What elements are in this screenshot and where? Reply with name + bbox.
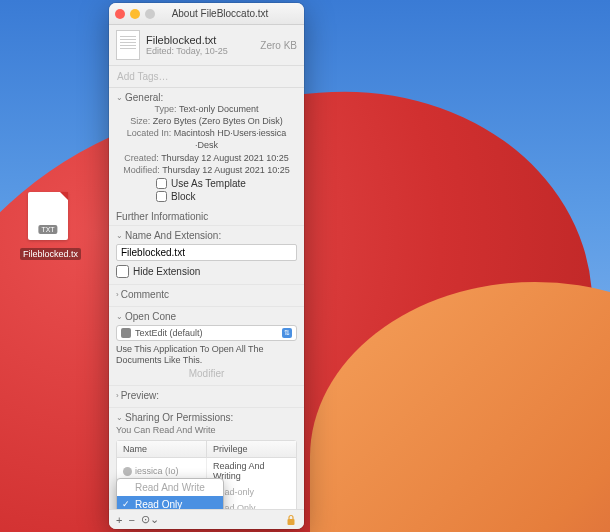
section-general: ⌄General: Type: Text-only Document Size:… [109,88,304,208]
section-sharing: ⌄Sharing Or Permissions: You Can Read An… [109,407,304,509]
comments-header[interactable]: ›Commentc [116,289,297,300]
hide-extension-label: Hide Extension [133,266,200,277]
desktop-wallpaper [0,0,610,532]
add-button[interactable]: + [116,514,122,526]
header-edited: Edited: Today, 10-25 [146,46,254,56]
filename-input[interactable] [116,244,297,261]
file-icon: TXT [28,192,68,240]
name-ext-header[interactable]: ⌄Name And Extension: [116,230,297,241]
chevron-right-icon: › [116,290,119,299]
file-type-badge: TXT [38,225,57,234]
hide-extension-checkbox[interactable] [116,265,129,278]
col-name: Name [117,441,207,457]
chevron-down-icon: ⌄ [116,231,123,240]
block-label: Block [171,191,195,202]
openwith-header[interactable]: ⌄Open Cone [116,311,297,322]
avatar-icon [123,467,132,476]
remove-button[interactable]: − [128,514,134,526]
openwith-message: Use This Application To Open All The Doc… [116,344,297,366]
close-button[interactable] [115,9,125,19]
section-name-extension: ⌄Name And Extension: Hide Extension [109,225,304,284]
action-menu-button[interactable]: ⊙⌄ [141,513,159,526]
chevron-down-icon: ⌄ [116,93,123,102]
tags-field[interactable]: Add Tags… [109,66,304,88]
privilege-option-readonly[interactable]: Read Only [117,496,223,509]
file-header: Fileblocked.txt Edited: Today, 10-25 Zer… [109,25,304,66]
minimize-button[interactable] [130,9,140,19]
content-area: ⌄General: Type: Text-only Document Size:… [109,88,304,509]
info-window: About FileBloccato.txt Fileblocked.txt E… [109,3,304,529]
template-checkbox-row: Use As Template [156,178,297,189]
block-checkbox[interactable] [156,191,167,202]
header-filename: Fileblocked.txt [146,34,254,46]
privilege-dropdown: Read And Write Read Only No Access [116,478,224,509]
desktop-file-icon[interactable]: TXT Fileblocked.tx [20,192,76,261]
app-icon [121,328,131,338]
section-preview: ›Preview: [109,385,304,407]
col-privilege: Privilege [207,441,296,457]
footer: + − ⊙⌄ [109,509,304,529]
template-label: Use As Template [171,178,246,189]
chevron-right-icon: › [116,391,119,400]
chevron-down-icon: ⌄ [116,413,123,422]
svg-rect-0 [288,519,295,525]
modify-button[interactable]: Modifier [116,368,297,379]
window-title: About FileBloccato.txt [142,8,298,19]
header-size: Zero KB [260,40,297,51]
permission-summary: You Can Read And Write [116,425,297,435]
template-checkbox[interactable] [156,178,167,189]
chevron-down-icon: ⌄ [116,312,123,321]
privilege-option-readwrite[interactable]: Read And Write [117,479,223,496]
desktop-file-label: Fileblocked.tx [20,248,81,260]
openwith-select[interactable]: TextEdit (default) ⇅ [116,325,297,341]
sharing-header[interactable]: ⌄Sharing Or Permissions: [116,412,297,423]
lock-icon[interactable] [285,514,297,526]
preview-header[interactable]: ›Preview: [116,390,297,401]
section-comments: ›Commentc [109,284,304,306]
titlebar[interactable]: About FileBloccato.txt [109,3,304,25]
updown-icon: ⇅ [282,328,292,338]
file-doc-icon [116,30,140,60]
general-header[interactable]: ⌄General: [116,92,297,103]
block-checkbox-row: Block [156,191,297,202]
section-open-with: ⌄Open Cone TextEdit (default) ⇅ Use This… [109,306,304,386]
further-info: Further Informationic [109,208,304,225]
